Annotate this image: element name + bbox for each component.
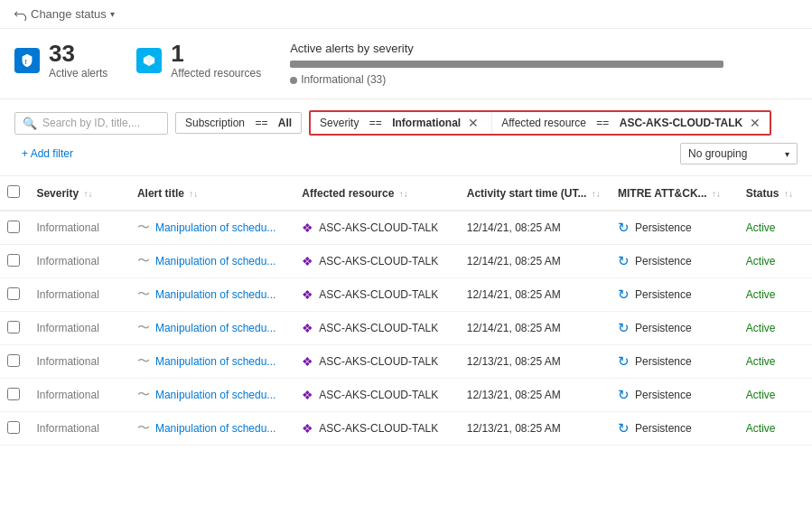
- select-all-checkbox[interactable]: [7, 185, 20, 198]
- severity-filter-val: Informational: [392, 117, 461, 129]
- th-checkbox[interactable]: [0, 176, 29, 211]
- row-time: 12/13/21, 08:25 AM: [460, 379, 611, 412]
- row-resource[interactable]: ❖ ASC-AKS-CLOUD-TALK: [294, 211, 459, 245]
- table-row[interactable]: Informational 〜 Manipulation of schedu..…: [0, 211, 812, 245]
- th-status[interactable]: Status ↑↓: [739, 176, 812, 211]
- row-time: 12/14/21, 08:25 AM: [460, 312, 611, 345]
- resource-icon: ❖: [302, 388, 313, 402]
- affected-resources-label: Affected resources: [171, 67, 261, 80]
- search-icon: 🔍: [23, 117, 37, 130]
- severity-bar-track: [290, 61, 723, 68]
- row-status: Active: [739, 379, 812, 412]
- th-mitre[interactable]: MITRE ATT&CK... ↑↓: [611, 176, 739, 211]
- row-checkbox[interactable]: [7, 287, 20, 300]
- row-checkbox-cell[interactable]: [0, 278, 29, 312]
- resource-icon: ❖: [302, 287, 313, 302]
- filter-bar: 🔍 Subscription == All Severity == Inform…: [0, 99, 812, 176]
- sort-arrows-time[interactable]: ↑↓: [592, 189, 601, 199]
- th-time[interactable]: Activity start time (UT... ↑↓: [460, 176, 611, 211]
- row-title[interactable]: 〜 Manipulation of schedu...: [130, 379, 294, 412]
- top-bar: Change status ▾: [0, 0, 812, 29]
- search-box[interactable]: 🔍: [14, 112, 168, 135]
- row-title[interactable]: 〜 Manipulation of schedu...: [130, 312, 294, 345]
- th-severity[interactable]: Severity ↑↓: [29, 176, 129, 211]
- grouping-dropdown[interactable]: No grouping ▾: [680, 143, 798, 164]
- row-severity: Informational: [29, 211, 129, 245]
- severity-filter-close[interactable]: ✕: [468, 116, 479, 130]
- row-checkbox[interactable]: [7, 354, 20, 367]
- row-checkbox[interactable]: [7, 221, 20, 233]
- table-row[interactable]: Informational 〜 Manipulation of schedu..…: [0, 412, 812, 446]
- subscription-filter[interactable]: Subscription == All: [175, 112, 302, 134]
- row-status: Active: [739, 245, 812, 278]
- row-resource[interactable]: ❖ ASC-AKS-CLOUD-TALK: [294, 278, 459, 312]
- row-title[interactable]: 〜 Manipulation of schedu...: [130, 412, 294, 446]
- row-title[interactable]: 〜 Manipulation of schedu...: [130, 211, 294, 245]
- sort-arrows-severity[interactable]: ↑↓: [83, 189, 92, 199]
- row-resource[interactable]: ❖ ASC-AKS-CLOUD-TALK: [294, 379, 459, 412]
- th-resource[interactable]: Affected resource ↑↓: [294, 176, 459, 211]
- grouping-label: No grouping: [688, 147, 747, 160]
- shield-icon: !: [14, 48, 40, 73]
- filter-row: 🔍 Subscription == All Severity == Inform…: [14, 110, 798, 136]
- row-mitre: ↻ Persistence: [611, 379, 739, 412]
- row-checkbox-cell[interactable]: [0, 412, 29, 446]
- table-container: Severity ↑↓ Alert title ↑↓ Affected reso…: [0, 176, 812, 446]
- affected-resource-label: Affected resource: [501, 117, 586, 129]
- table-row[interactable]: Informational 〜 Manipulation of schedu..…: [0, 379, 812, 412]
- row-checkbox-cell[interactable]: [0, 312, 29, 345]
- affected-resource-val: ASC-AKS-CLOUD-TALK: [620, 117, 742, 129]
- alerts-table: Severity ↑↓ Alert title ↑↓ Affected reso…: [0, 176, 812, 446]
- affected-resources-stat: 1 Affected resources: [136, 42, 261, 80]
- sort-arrows-status[interactable]: ↑↓: [784, 189, 793, 199]
- row-severity: Informational: [29, 245, 129, 278]
- row-checkbox[interactable]: [7, 421, 20, 434]
- row-mitre: ↻ Persistence: [611, 211, 739, 245]
- row-mitre: ↻ Persistence: [611, 312, 739, 345]
- resource-icon: ❖: [302, 221, 313, 235]
- sort-arrows-mitre[interactable]: ↑↓: [712, 189, 721, 199]
- row-checkbox[interactable]: [7, 254, 20, 267]
- sort-arrows-title[interactable]: ↑↓: [189, 189, 198, 199]
- table-row[interactable]: Informational 〜 Manipulation of schedu..…: [0, 278, 812, 312]
- row-checkbox-cell[interactable]: [0, 211, 29, 245]
- row-checkbox[interactable]: [7, 321, 20, 333]
- chart-title: Active alerts by severity: [290, 42, 723, 55]
- informational-dot: [290, 77, 297, 84]
- persistence-icon: ↻: [618, 220, 630, 236]
- row-resource[interactable]: ❖ ASC-AKS-CLOUD-TALK: [294, 345, 459, 379]
- alert-icon: 〜: [137, 220, 150, 236]
- row-mitre: ↻ Persistence: [611, 412, 739, 446]
- table-row[interactable]: Informational 〜 Manipulation of schedu..…: [0, 312, 812, 345]
- row-resource[interactable]: ❖ ASC-AKS-CLOUD-TALK: [294, 312, 459, 345]
- subscription-val: All: [278, 117, 292, 129]
- alert-icon: 〜: [137, 320, 150, 336]
- row-severity: Informational: [29, 379, 129, 412]
- table-row[interactable]: Informational 〜 Manipulation of schedu..…: [0, 245, 812, 278]
- table-body: Informational 〜 Manipulation of schedu..…: [0, 211, 812, 446]
- row-checkbox-cell[interactable]: [0, 245, 29, 278]
- active-alerts-label: Active alerts: [49, 67, 107, 80]
- affected-resource-close[interactable]: ✕: [750, 116, 761, 130]
- row-resource[interactable]: ❖ ASC-AKS-CLOUD-TALK: [294, 245, 459, 278]
- undo-icon: [14, 8, 27, 21]
- severity-filter[interactable]: Severity == Informational ✕: [311, 112, 488, 134]
- row-time: 12/13/21, 08:25 AM: [460, 345, 611, 379]
- add-filter-button[interactable]: + Add filter: [14, 144, 80, 164]
- affected-resource-filter[interactable]: Affected resource == ASC-AKS-CLOUD-TALK …: [491, 112, 770, 134]
- th-title[interactable]: Alert title ↑↓: [130, 176, 294, 211]
- row-title[interactable]: 〜 Manipulation of schedu...: [130, 345, 294, 379]
- change-status-button[interactable]: Change status ▾: [14, 7, 115, 21]
- row-checkbox-cell[interactable]: [0, 345, 29, 379]
- table-row[interactable]: Informational 〜 Manipulation of schedu..…: [0, 345, 812, 379]
- row-mitre: ↻ Persistence: [611, 245, 739, 278]
- row-checkbox-cell[interactable]: [0, 379, 29, 412]
- search-input[interactable]: [42, 117, 160, 129]
- row-resource[interactable]: ❖ ASC-AKS-CLOUD-TALK: [294, 412, 459, 446]
- row-title[interactable]: 〜 Manipulation of schedu...: [130, 278, 294, 312]
- chart-legend: Informational (33): [301, 73, 386, 86]
- row-title[interactable]: 〜 Manipulation of schedu...: [130, 245, 294, 278]
- row-checkbox[interactable]: [7, 388, 20, 400]
- alert-icon: 〜: [137, 253, 150, 269]
- sort-arrows-resource[interactable]: ↑↓: [399, 189, 408, 199]
